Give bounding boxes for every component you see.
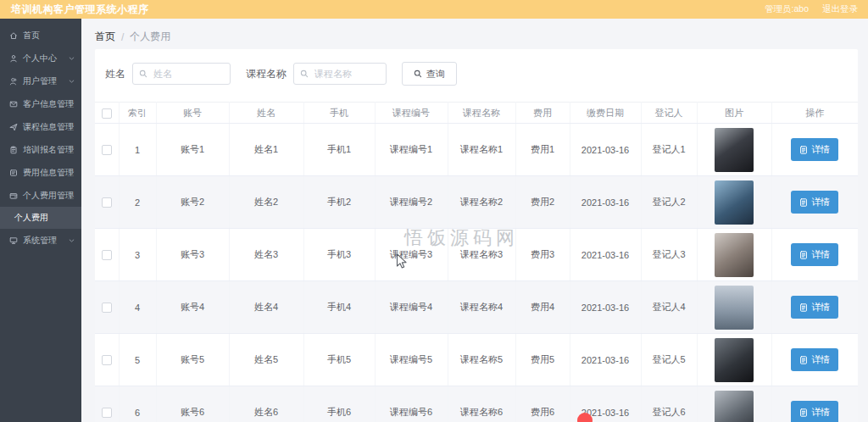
- breadcrumb-home-link[interactable]: 首页: [95, 30, 115, 44]
- table-row: 1 账号1 姓名1 手机1 课程编号1 课程名称1 费用1 2021-03-16…: [95, 124, 858, 176]
- table-row: 5 账号5 姓名5 手机5 课程编号5 课程名称5 费用5 2021-03-16…: [95, 334, 858, 386]
- cell-phone: 手机4: [303, 281, 375, 334]
- detail-button[interactable]: 详情: [791, 348, 838, 371]
- name-label: 姓名: [105, 67, 125, 81]
- detail-button[interactable]: 详情: [791, 296, 838, 319]
- cell-course-no: 课程编号3: [375, 229, 448, 281]
- document-icon: [799, 408, 808, 417]
- cell-phone: 手机3: [303, 229, 375, 281]
- detail-button[interactable]: 详情: [791, 243, 838, 266]
- cell-course-no: 课程编号2: [375, 176, 448, 229]
- cell-pay-date: 2021-03-16: [570, 334, 641, 386]
- sidebar-item-personal-fee-management[interactable]: 个人费用管理: [0, 184, 81, 207]
- search-icon: [414, 69, 422, 78]
- cell-pay-date: 2021-03-16: [570, 229, 641, 281]
- chevron-down-icon: [69, 56, 75, 61]
- column-header-course-name: 课程名称: [448, 103, 515, 124]
- cell-name: 姓名5: [229, 334, 303, 386]
- document-icon: [799, 146, 808, 154]
- sidebar-item-home[interactable]: 首页: [0, 24, 81, 47]
- cell-account: 账号6: [156, 386, 229, 422]
- sidebar-item-fee-info[interactable]: 费用信息管理: [0, 161, 81, 184]
- sidebar-item-customer-info[interactable]: 客户信息管理: [0, 92, 81, 115]
- document-icon: [799, 251, 808, 259]
- column-header-index: 索引: [119, 103, 156, 124]
- cell-course-name: 课程名称2: [448, 176, 515, 229]
- content-card: 姓名 课程名称 查询 索引 账号 姓名: [95, 49, 858, 422]
- cell-account: 账号1: [156, 124, 229, 176]
- cell-pay-date: 2021-03-16: [570, 176, 641, 229]
- chevron-down-icon: [69, 79, 75, 84]
- chevron-down-icon: [69, 238, 75, 243]
- sidebar-item-personal-center[interactable]: 个人中心: [0, 47, 81, 69]
- sidebar-item-training-signup[interactable]: 培训报名管理: [0, 138, 81, 161]
- admin-label: 管理员:abo: [765, 3, 809, 15]
- cell-course-no: 课程编号6: [375, 386, 448, 422]
- sidebar-item-course-info[interactable]: 课程信息管理: [0, 115, 81, 138]
- sidebar: 首页 个人中心 用户管理 客户信息管理 课程信息管理 培训报名管理 费用信息管理…: [0, 19, 81, 422]
- sidebar-subitem-personal-fee-active[interactable]: 个人费用: [0, 207, 81, 229]
- cell-course-no: 课程编号1: [375, 124, 448, 176]
- select-all-checkbox[interactable]: [102, 108, 112, 119]
- clipboard-icon: [9, 146, 18, 154]
- user-photo: [715, 180, 754, 225]
- row-checkbox[interactable]: [102, 197, 112, 208]
- user-photo: [715, 233, 754, 277]
- personal-fee-table: 索引 账号 姓名 手机 课程编号 课程名称 费用 缴费日期 登记人 图片 操作: [95, 102, 858, 422]
- row-checkbox[interactable]: [102, 408, 112, 418]
- column-header-account: 账号: [156, 103, 229, 124]
- cell-index: 2: [119, 176, 156, 229]
- breadcrumb: 首页 / 个人费用: [95, 30, 868, 44]
- sidebar-item-user-management[interactable]: 用户管理: [0, 69, 81, 92]
- search-form: 姓名 课程名称 查询: [105, 63, 858, 85]
- column-header-fee: 费用: [515, 103, 570, 124]
- row-checkbox[interactable]: [102, 355, 112, 365]
- home-icon: [9, 31, 18, 40]
- cell-phone: 手机1: [303, 124, 375, 176]
- detail-button[interactable]: 详情: [791, 401, 838, 422]
- chevron-down-icon: [69, 147, 75, 153]
- chevron-up-icon: [69, 193, 75, 198]
- course-name-label: 课程名称: [246, 67, 287, 81]
- query-button[interactable]: 查询: [402, 62, 457, 86]
- cell-registrant: 登记人2: [641, 176, 697, 229]
- wallet-icon: [9, 192, 18, 200]
- name-search-input[interactable]: [133, 64, 230, 84]
- cell-account: 账号4: [156, 281, 229, 334]
- cell-course-name: 课程名称4: [448, 281, 515, 334]
- column-header-photo: 图片: [697, 103, 771, 124]
- user-photo: [715, 286, 754, 330]
- breadcrumb-current: 个人费用: [130, 30, 170, 44]
- detail-button[interactable]: 详情: [791, 191, 838, 214]
- cell-account: 账号5: [156, 334, 229, 386]
- app-title: 培训机构客户管理系统小程序: [11, 3, 149, 17]
- user-photo: [715, 128, 754, 172]
- detail-button[interactable]: 详情: [791, 138, 838, 161]
- row-checkbox[interactable]: [102, 303, 112, 313]
- sidebar-item-system-management[interactable]: 系统管理: [0, 229, 81, 252]
- table-header-row: 索引 账号 姓名 手机 课程编号 课程名称 费用 缴费日期 登记人 图片 操作: [95, 103, 858, 124]
- row-checkbox[interactable]: [102, 145, 112, 155]
- cell-course-name: 课程名称1: [448, 124, 515, 176]
- main-content: 首页 / 个人费用 姓名 课程名称 查询: [81, 19, 868, 422]
- cell-registrant: 登记人3: [641, 229, 697, 281]
- user-photo: [715, 391, 754, 422]
- column-header-registrant: 登记人: [641, 103, 697, 124]
- chevron-down-icon: [69, 125, 75, 130]
- row-checkbox[interactable]: [102, 250, 112, 260]
- cell-index: 3: [119, 229, 156, 281]
- cell-fee: 费用5: [515, 334, 570, 386]
- cell-index: 4: [119, 281, 156, 334]
- cell-course-no: 课程编号5: [375, 334, 448, 386]
- cell-course-name: 课程名称5: [448, 334, 515, 386]
- cell-name: 姓名4: [229, 281, 303, 334]
- logout-link[interactable]: 退出登录: [822, 3, 858, 15]
- chevron-down-icon: [69, 102, 75, 107]
- search-icon: [139, 69, 147, 78]
- breadcrumb-separator: /: [121, 31, 124, 43]
- cell-fee: 费用4: [515, 281, 570, 334]
- column-header-actions: 操作: [771, 103, 858, 124]
- table-row: 2 账号2 姓名2 手机2 课程编号2 课程名称2 费用2 2021-03-16…: [95, 176, 858, 229]
- floating-red-badge[interactable]: [577, 413, 593, 422]
- cell-fee: 费用6: [515, 386, 570, 422]
